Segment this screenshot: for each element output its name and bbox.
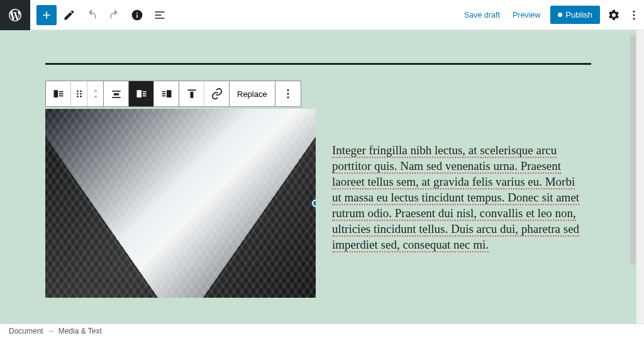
info-button[interactable] [127, 5, 147, 25]
svg-rect-22 [162, 93, 165, 94]
vertical-align-button[interactable] [179, 81, 204, 106]
replace-media-button[interactable]: Replace [230, 81, 275, 106]
list-view-button[interactable] [150, 5, 170, 25]
breadcrumb-current[interactable]: Media & Text [58, 327, 102, 335]
svg-rect-15 [112, 97, 120, 98]
svg-rect-14 [113, 93, 118, 95]
svg-point-11 [77, 96, 79, 98]
more-options-button[interactable] [624, 5, 644, 25]
settings-button[interactable] [604, 5, 624, 25]
svg-point-2 [633, 18, 635, 20]
svg-point-0 [633, 10, 635, 12]
paragraph-text: Integer fringilla nibh lectus, at sceler… [332, 144, 579, 252]
move-up-down[interactable] [87, 81, 104, 106]
publish-label: Publish [565, 10, 592, 20]
wordpress-logo[interactable] [0, 0, 30, 30]
svg-point-1 [633, 14, 635, 16]
block-type-button[interactable] [46, 81, 71, 106]
editor-canvas: Replace Integer fringilla nibh lectus, a… [0, 30, 644, 324]
svg-rect-17 [142, 91, 146, 93]
svg-point-7 [77, 91, 79, 93]
svg-rect-18 [142, 93, 146, 94]
add-block-button[interactable] [36, 5, 57, 25]
svg-rect-4 [58, 91, 63, 93]
breadcrumb-separator: → [47, 327, 55, 335]
svg-rect-5 [58, 93, 63, 94]
svg-point-28 [287, 96, 289, 98]
redo-button[interactable] [104, 5, 125, 25]
text-paragraph[interactable]: Integer fringilla nibh lectus, at sceler… [332, 142, 580, 253]
undo-button[interactable] [82, 5, 102, 25]
link-button[interactable] [204, 81, 230, 106]
svg-point-8 [80, 91, 82, 93]
svg-point-27 [287, 93, 289, 95]
svg-rect-23 [162, 96, 165, 97]
svg-rect-20 [167, 90, 172, 98]
svg-rect-24 [187, 89, 196, 91]
media-right-button[interactable] [154, 81, 179, 106]
svg-rect-16 [136, 90, 142, 98]
svg-point-10 [80, 93, 82, 95]
publish-button[interactable]: Publish [550, 6, 600, 24]
change-alignment-button[interactable] [104, 81, 129, 106]
breadcrumb-root[interactable]: Document [9, 327, 43, 335]
editor-top-bar: Save draft Preview Publish [0, 0, 644, 30]
toolbar-left-group [30, 5, 170, 25]
svg-rect-3 [53, 90, 58, 98]
block-toolbar: Replace [45, 81, 301, 107]
resize-handle[interactable] [312, 200, 316, 207]
media-image[interactable] [45, 109, 316, 298]
svg-rect-19 [142, 96, 146, 97]
publish-status-dot [558, 13, 562, 17]
block-more-options[interactable] [275, 81, 301, 106]
separator-block[interactable] [45, 63, 591, 65]
breadcrumb-bar: Document → Media & Text [0, 324, 644, 338]
preview-button[interactable]: Preview [506, 7, 547, 23]
svg-rect-25 [190, 92, 193, 98]
edit-mode-button[interactable] [59, 5, 79, 25]
scrollbar-thumb[interactable] [630, 35, 636, 265]
save-draft-button[interactable]: Save draft [458, 7, 506, 23]
svg-point-12 [80, 96, 82, 98]
drag-handle[interactable] [71, 81, 87, 106]
svg-rect-13 [112, 91, 120, 92]
svg-rect-21 [162, 91, 165, 93]
svg-rect-6 [58, 96, 63, 97]
media-left-button[interactable] [129, 81, 154, 106]
svg-point-9 [77, 93, 79, 95]
svg-point-26 [287, 89, 289, 91]
